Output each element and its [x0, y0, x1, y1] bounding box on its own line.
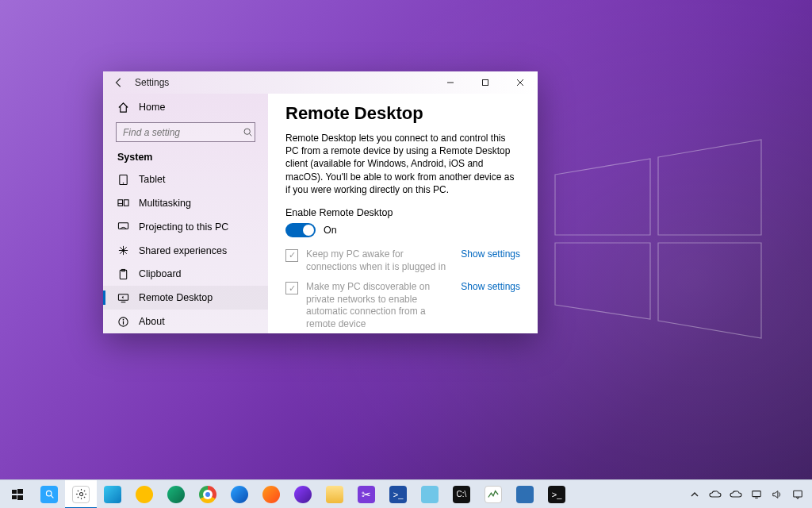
- settings-sidebar: Home System Tablet Multitasking: [103, 94, 268, 333]
- keep-awake-label: Keep my PC awake for connections when it…: [306, 248, 453, 273]
- svg-point-21: [46, 491, 52, 496]
- page-description: Remote Desktop lets you connect to and c…: [285, 132, 520, 196]
- section-label-system: System: [103, 152, 268, 163]
- sidebar-item-label: About: [139, 316, 165, 327]
- enable-remote-desktop-toggle[interactable]: [285, 223, 316, 237]
- tablet-icon: [117, 174, 129, 186]
- sidebar-item-about[interactable]: About: [103, 310, 268, 333]
- taskbar-control-panel[interactable]: [509, 480, 541, 509]
- taskbar-chrome[interactable]: [192, 480, 224, 509]
- home-icon: [117, 102, 129, 114]
- svg-rect-34: [794, 491, 802, 497]
- tray-onedrive-icon[interactable]: [709, 488, 722, 501]
- taskbar-task-manager[interactable]: [477, 480, 509, 509]
- svg-point-5: [123, 183, 124, 184]
- clipboard-icon: [117, 268, 129, 280]
- windows-logo-wallpaper: [547, 127, 769, 349]
- multitasking-icon: [117, 197, 129, 209]
- svg-rect-19: [12, 495, 17, 499]
- svg-point-15: [123, 318, 124, 320]
- show-settings-link-2[interactable]: Show settings: [461, 281, 520, 292]
- svg-line-3: [250, 133, 252, 136]
- taskbar-firefox-nightly[interactable]: [287, 480, 319, 509]
- page-title: Remote Desktop: [285, 103, 520, 124]
- svg-rect-18: [17, 489, 23, 494]
- svg-rect-17: [12, 490, 17, 494]
- enable-remote-desktop-label: Enable Remote Desktop: [285, 207, 520, 218]
- svg-rect-6: [118, 200, 123, 206]
- remote-desktop-icon: [117, 292, 129, 304]
- svg-point-2: [244, 129, 250, 134]
- minimize-button[interactable]: [433, 71, 468, 94]
- sidebar-item-label: Clipboard: [139, 268, 182, 279]
- taskbar-firefox-dev[interactable]: [224, 480, 255, 509]
- sidebar-item-clipboard[interactable]: Clipboard: [103, 263, 268, 287]
- taskbar-file-explorer[interactable]: [319, 480, 350, 509]
- svg-line-31: [77, 497, 78, 498]
- taskbar-edge[interactable]: [97, 480, 128, 509]
- maximize-button[interactable]: [468, 71, 503, 94]
- taskbar-powershell[interactable]: >_: [382, 480, 414, 509]
- sidebar-item-multitasking[interactable]: Multitasking: [103, 191, 268, 215]
- settings-window: Settings Home: [103, 71, 538, 333]
- tray-onedrive2-icon[interactable]: [730, 488, 742, 501]
- tray-volume-icon[interactable]: [771, 488, 783, 501]
- svg-rect-20: [17, 495, 23, 500]
- sidebar-item-label: Multitasking: [139, 198, 191, 209]
- svg-line-29: [83, 497, 84, 498]
- home-nav[interactable]: Home: [103, 97, 268, 117]
- toggle-state-text: On: [324, 225, 337, 236]
- shared-experiences-icon: [117, 244, 129, 256]
- system-tray[interactable]: [682, 488, 810, 501]
- sidebar-item-projecting[interactable]: Projecting to this PC: [103, 215, 268, 239]
- show-settings-link-1[interactable]: Show settings: [461, 248, 520, 260]
- discoverable-label: Make my PC discoverable on private netwo…: [306, 281, 453, 330]
- taskbar-notepad[interactable]: [414, 480, 446, 509]
- svg-line-28: [77, 491, 78, 491]
- tray-action-center-icon[interactable]: [791, 488, 804, 501]
- settings-content: Remote Desktop Remote Desktop lets you c…: [268, 94, 538, 333]
- svg-rect-1: [483, 80, 488, 86]
- window-title: Settings: [135, 77, 169, 88]
- sidebar-item-shared-experiences[interactable]: Shared experiences: [103, 239, 268, 263]
- search-input[interactable]: [123, 127, 243, 138]
- tray-chevron-icon[interactable]: [688, 488, 701, 501]
- sidebar-item-label: Shared experiences: [139, 245, 227, 256]
- svg-rect-7: [124, 200, 128, 206]
- taskbar-terminal[interactable]: >_: [541, 480, 573, 509]
- sidebar-item-label: Projecting to this PC: [139, 221, 228, 233]
- sidebar-item-label: Tablet: [139, 174, 165, 185]
- sidebar-item-tablet[interactable]: Tablet: [103, 167, 268, 191]
- taskbar-snip[interactable]: ✂: [350, 480, 382, 509]
- home-label: Home: [139, 102, 165, 113]
- close-button[interactable]: [503, 71, 538, 94]
- taskbar-edge-dev[interactable]: [160, 480, 192, 509]
- taskbar-firefox[interactable]: [255, 480, 287, 509]
- svg-rect-9: [118, 223, 128, 229]
- taskbar-chrome-canary[interactable]: [128, 480, 160, 509]
- desktop-wallpaper: Settings Home: [0, 0, 812, 508]
- svg-line-30: [83, 491, 84, 491]
- search-icon: [243, 127, 253, 138]
- svg-line-22: [51, 495, 53, 498]
- discoverable-checkbox[interactable]: [285, 282, 298, 294]
- back-button[interactable]: [108, 71, 130, 94]
- keep-awake-checkbox[interactable]: [285, 249, 298, 262]
- taskbar-search[interactable]: [33, 480, 65, 509]
- sidebar-item-label: Remote Desktop: [139, 292, 213, 303]
- svg-rect-32: [753, 491, 761, 496]
- sidebar-item-remote-desktop[interactable]: Remote Desktop: [103, 286, 268, 310]
- tray-network-icon[interactable]: [750, 488, 763, 501]
- start-button[interactable]: [2, 480, 33, 509]
- taskbar-settings[interactable]: [65, 480, 97, 509]
- titlebar[interactable]: Settings: [103, 71, 538, 94]
- svg-point-23: [79, 492, 82, 495]
- taskbar-cmd[interactable]: C:\: [446, 480, 477, 509]
- about-icon: [117, 316, 129, 328]
- projecting-icon: [117, 221, 129, 233]
- taskbar: ✂ >_ C:\ >_: [0, 479, 812, 508]
- search-box[interactable]: [116, 122, 255, 142]
